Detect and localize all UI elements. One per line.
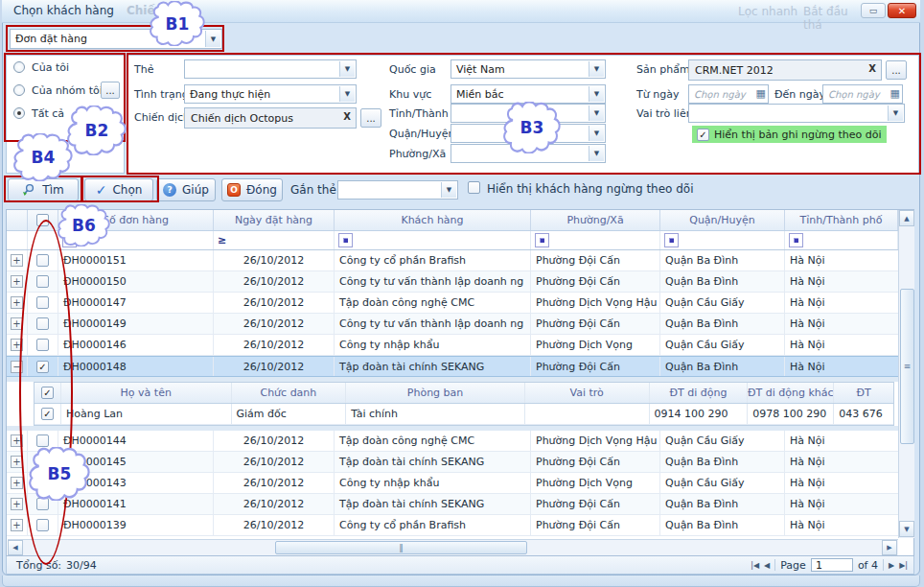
scroll-right-icon[interactable]: ▶ [882,540,897,555]
calendar-icon[interactable]: ▦ [756,87,766,101]
close-window-icon[interactable]: ✕ [888,3,916,18]
khu-vuc-combo[interactable]: Miền bắc▼ [450,84,606,104]
collapse-toggle-icon[interactable]: − [11,361,23,373]
browse-group-button[interactable]: ... [101,82,120,99]
quoc-gia-combo[interactable]: Việt Nam▼ [450,59,606,79]
select-all-checkbox[interactable] [36,214,49,226]
subgrid-column-header[interactable]: ĐT [834,383,893,403]
filter-cell-district[interactable] [660,231,785,249]
order-row[interactable]: +ĐH000014326/10/2012Công ty nhập khẩuPhư… [7,473,898,494]
order-row[interactable]: +ĐH000014126/10/2012Tập đoàn tài chính S… [7,494,898,515]
row-checkbox[interactable] [36,317,49,330]
help-button[interactable]: ? Giúp [156,178,216,201]
scroll-up-icon[interactable]: ▲ [899,210,914,226]
chevron-down-icon[interactable]: ▼ [589,61,604,77]
row-checkbox[interactable] [36,434,49,447]
horizontal-scroll-thumb[interactable]: ‖ [275,541,527,554]
horizontal-scrollbar[interactable]: ◀ ‖ ▶ [8,539,898,555]
radio-tat-ca[interactable] [13,107,25,119]
order-row[interactable]: +ĐH000014726/10/2012Tập đoàn công nghệ C… [7,293,898,314]
vertical-scroll-thumb[interactable]: ≡ [900,289,914,444]
browse-san-pham-button[interactable]: ... [886,60,907,80]
chien-dich-token[interactable]: Chiến dịch OctopusX [184,107,357,129]
column-header-quan-huyen[interactable]: Quận/Huyện [660,210,785,230]
order-row[interactable]: +ĐH000014526/10/2012Tập đoàn tài chính S… [7,452,898,473]
order-row[interactable]: +ĐH000013926/10/2012Công ty cổ phần Braf… [7,515,898,536]
column-header-phuong-xa[interactable]: Phường/Xã [531,210,660,230]
row-checkbox[interactable] [36,339,49,351]
chevron-down-icon[interactable]: ▼ [589,146,604,161]
browse-chien-dich-button[interactable]: ... [360,108,381,128]
filter-cell-date[interactable]: ≥ [214,231,335,249]
san-pham-token[interactable]: CRM.NET 2012X [688,59,882,81]
close-button[interactable]: O Đóng [221,178,283,201]
last-page-icon[interactable]: ▶| [899,561,908,570]
show-stopped-customers-checkbox[interactable] [468,181,480,194]
first-page-icon[interactable]: |◀ [751,561,759,570]
restore-window-icon[interactable]: ▭ [861,3,886,18]
expand-toggle-icon[interactable]: + [11,477,23,489]
row-checkbox[interactable]: ✓ [36,361,49,373]
row-checkbox[interactable] [36,275,49,288]
expand-toggle-icon[interactable]: + [11,317,23,330]
chevron-down-icon[interactable]: ▼ [589,86,604,102]
expand-toggle-icon[interactable]: + [11,339,23,351]
expand-toggle-icon[interactable]: + [11,434,23,447]
subgrid-column-header[interactable]: Vai trò [525,383,650,403]
chevron-down-icon[interactable]: ▼ [441,182,456,198]
radio-cua-toi[interactable] [13,61,25,73]
prev-page-icon[interactable]: ◀ [764,561,770,570]
order-row[interactable]: +ĐH000014626/10/2012Công ty nhập khẩuPhư… [7,335,898,356]
order-row[interactable]: +ĐH000014426/10/2012Tập đoàn công nghệ C… [7,431,898,452]
tag-combo[interactable]: ▼ [337,180,458,200]
expand-toggle-icon[interactable]: + [11,498,23,510]
expand-toggle-icon[interactable]: + [11,254,23,267]
row-checkbox[interactable] [36,254,49,267]
vai-tro-combo[interactable]: ▼ [688,104,905,123]
filter-cell-customer[interactable] [335,231,531,249]
column-header-khach-hang[interactable]: Khách hàng [335,210,531,230]
order-row[interactable]: +ĐH000015126/10/2012Công ty cổ phần Braf… [7,250,898,271]
find-button[interactable]: Tìm [8,178,79,201]
filter-icon[interactable] [535,233,549,247]
expand-toggle-icon[interactable]: + [11,296,23,309]
contact-checkbox[interactable]: ✓ [41,408,54,420]
subgrid-column-header[interactable]: ĐT di động [650,383,749,403]
order-row[interactable]: +ĐH000015026/10/2012Công ty tư vấn thành… [7,271,898,293]
clear-icon[interactable]: X [868,63,876,74]
row-checkbox[interactable] [36,519,49,531]
clear-icon[interactable]: X [343,111,351,122]
expand-toggle-icon[interactable]: + [11,519,23,531]
row-checkbox[interactable] [36,296,49,309]
expand-toggle-icon[interactable]: + [11,456,23,468]
column-header-ngay-dat-hang[interactable]: Ngày đặt hàng [214,210,335,230]
tinh-trang-combo[interactable]: Đang thực hiện▼ [184,84,357,104]
contact-row[interactable]: ✓Hoàng LanGiám đốcTài chính0914 100 2900… [35,404,893,425]
subgrid-column-header[interactable]: Phòng ban [346,383,525,403]
expand-toggle-icon[interactable]: + [11,275,23,288]
vertical-scrollbar[interactable]: ▲ ≡ ▼ [898,210,914,538]
next-page-icon[interactable]: ▶ [889,561,894,570]
scroll-down-icon[interactable]: ▼ [899,521,914,537]
chevron-down-icon[interactable]: ▼ [205,31,220,47]
filter-icon[interactable] [789,233,803,247]
chevron-down-icon[interactable]: ▼ [339,86,355,102]
subgrid-column-header[interactable]: Họ và tên [61,383,232,403]
order-row[interactable]: −✓ĐH000014826/10/2012Tập đoàn tài chính … [7,356,898,377]
calendar-icon[interactable]: ▦ [890,87,900,101]
subgrid-select-all-checkbox[interactable]: ✓ [41,387,54,399]
den-ngay-input[interactable]: Chọn ngày▦ [822,84,903,104]
tu-ngay-input[interactable]: Chọn ngày▦ [688,84,769,104]
chevron-down-icon[interactable]: ▼ [888,106,903,121]
gte-operator-icon[interactable]: ≥ [218,234,226,247]
the-combo[interactable]: ▼ [184,59,357,79]
subgrid-column-header[interactable]: ĐT di động khác [748,383,834,403]
show-stopped-records-checkbox[interactable]: ✓ [697,129,709,141]
order-row[interactable]: +ĐH000014926/10/2012Công ty tư vấn thành… [7,314,898,335]
scroll-left-icon[interactable]: ◀ [8,540,23,555]
chevron-down-icon[interactable]: ▼ [339,61,355,77]
subgrid-column-header[interactable]: Chức danh [232,383,347,403]
chevron-down-icon[interactable]: ▼ [589,106,604,121]
column-header-tinh-tp[interactable]: Tỉnh/Thành phố [785,210,898,230]
choose-button[interactable]: ✓ Chọn [84,178,153,201]
